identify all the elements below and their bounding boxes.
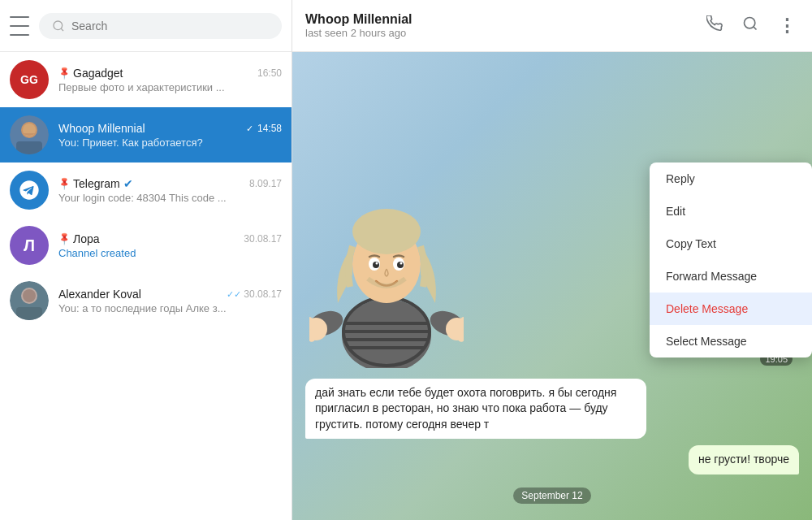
chat-header-info: Whoop Millennial last seen 2 hours ago — [305, 12, 693, 39]
chat-preview-gagadget: Первые фото и характеристики ... — [58, 81, 282, 93]
context-menu-edit[interactable]: Edit — [650, 195, 812, 228]
avatar-telegram — [10, 171, 49, 210]
check-icon-whoop: ✓ — [246, 124, 253, 133]
svg-point-30 — [352, 209, 421, 254]
avatar-lora: Л — [10, 226, 49, 265]
pin-icon-gagadget: 📌 — [58, 67, 72, 80]
pin-icon-lora: 📌 — [58, 232, 72, 245]
chat-header-status: last seen 2 hours ago — [305, 27, 693, 39]
svg-point-10 — [745, 18, 755, 28]
chat-info-gagadget: 📌 Gagadget 16:50 Первые фото и характери… — [58, 67, 282, 93]
sticker-figure — [305, 193, 468, 372]
more-options-button[interactable]: ⋮ — [775, 14, 799, 38]
chat-name-alexander: Alexander Koval — [58, 288, 141, 301]
svg-line-1 — [61, 28, 63, 31]
search-input[interactable] — [71, 20, 269, 32]
message-text-incoming-1: дай знать если тебе будет охота поговрит… — [315, 386, 616, 431]
chat-preview-alexander: You: а то последние годы Алке з... — [58, 302, 282, 314]
date-separator: September 12 — [305, 488, 799, 504]
date-label: September 12 — [513, 488, 590, 504]
chat-time-gagadget: 16:50 — [257, 67, 282, 79]
chat-info-telegram: 📌 Telegram ✔ 8.09.17 Your login code: 48… — [58, 177, 282, 204]
chat-header-name: Whoop Millennial — [305, 12, 693, 27]
context-menu-delete[interactable]: Delete Message — [650, 292, 812, 325]
menu-icon[interactable] — [10, 16, 29, 36]
chat-name-whoop: Whoop Millennial — [58, 122, 145, 135]
chat-item-telegram[interactable]: 📌 Telegram ✔ 8.09.17 Your login code: 48… — [0, 162, 292, 218]
context-menu-select[interactable]: Select Message — [650, 325, 812, 358]
avatar-whoop — [10, 115, 49, 154]
chat-item-alexander[interactable]: Alexander Koval ✓✓ 30.08.17 You: а то по… — [0, 273, 292, 328]
svg-point-8 — [23, 289, 36, 302]
chat-time-whoop: ✓ 14:58 — [246, 123, 282, 134]
svg-line-11 — [754, 27, 757, 30]
message-text-outgoing-1: не грусти! творче — [698, 453, 789, 466]
incoming-message-1: дай знать если тебе будет охота поговрит… — [305, 379, 799, 440]
double-check-icon: ✓✓ — [227, 289, 241, 299]
chat-info-alexander: Alexander Koval ✓✓ 30.08.17 You: а то по… — [58, 288, 282, 314]
svg-rect-4 — [16, 141, 42, 154]
context-menu: Reply Edit Copy Text Forward Message Del… — [650, 162, 812, 358]
sidebar: GG 📌 Gagadget 16:50 Первые фото и характ… — [0, 0, 292, 520]
chat-preview-whoop: You: Привет. Как работается? — [58, 136, 282, 149]
search-bar[interactable] — [39, 13, 282, 39]
chat-item-whoop[interactable]: Whoop Millennial ✓ 14:58 You: Привет. Ка… — [0, 107, 292, 162]
chat-preview-telegram: Your login code: 48304 This code ... — [58, 192, 282, 204]
chat-info-lora: 📌 Лора 30.08.17 Channel created — [58, 232, 282, 259]
chat-area: Whoop Millennial last seen 2 hours ago ⋮ — [292, 0, 812, 520]
chat-name-gagadget: 📌 Gagadget — [58, 67, 123, 80]
svg-rect-9 — [16, 307, 42, 320]
call-button[interactable] — [703, 12, 726, 39]
header-actions: ⋮ — [703, 12, 799, 39]
message-bubble-outgoing-1[interactable]: не грусти! творче — [689, 445, 799, 474]
message-bubble-incoming-1[interactable]: дай знать если тебе будет охота поговрит… — [305, 379, 646, 440]
context-menu-forward[interactable]: Forward Message — [650, 260, 812, 292]
svg-point-0 — [54, 21, 63, 30]
avatar-alexander — [10, 281, 49, 320]
chat-info-whoop: Whoop Millennial ✓ 14:58 You: Привет. Ка… — [58, 122, 282, 149]
svg-point-36 — [400, 262, 403, 264]
chat-item-lora[interactable]: Л 📌 Лора 30.08.17 Channel created — [0, 218, 292, 273]
verified-badge-telegram: ✔ — [123, 177, 133, 190]
pin-icon-telegram: 📌 — [58, 177, 72, 190]
chat-time-alexander: ✓✓ 30.08.17 — [227, 288, 282, 300]
chat-item-gagadget[interactable]: GG 📌 Gagadget 16:50 Первые фото и характ… — [0, 52, 292, 107]
chat-time-lora: 30.08.17 — [244, 233, 282, 245]
chat-preview-lora: Channel created — [58, 247, 282, 259]
chat-name-lora: 📌 Лора — [58, 232, 100, 245]
chat-header: Whoop Millennial last seen 2 hours ago ⋮ — [292, 0, 812, 52]
svg-point-35 — [376, 262, 378, 264]
sidebar-header — [0, 0, 292, 52]
chat-name-telegram: 📌 Telegram ✔ — [58, 177, 133, 190]
chat-time-telegram: 8.09.17 — [249, 178, 282, 189]
outgoing-message-1: не грусти! творче — [305, 445, 799, 474]
context-menu-reply[interactable]: Reply — [650, 162, 812, 195]
context-menu-copy-text[interactable]: Copy Text — [650, 228, 812, 260]
avatar-gagadget: GG — [10, 60, 49, 99]
search-chat-button[interactable] — [739, 12, 762, 39]
chat-list: GG 📌 Gagadget 16:50 Первые фото и характ… — [0, 52, 292, 520]
search-icon — [52, 20, 65, 32]
